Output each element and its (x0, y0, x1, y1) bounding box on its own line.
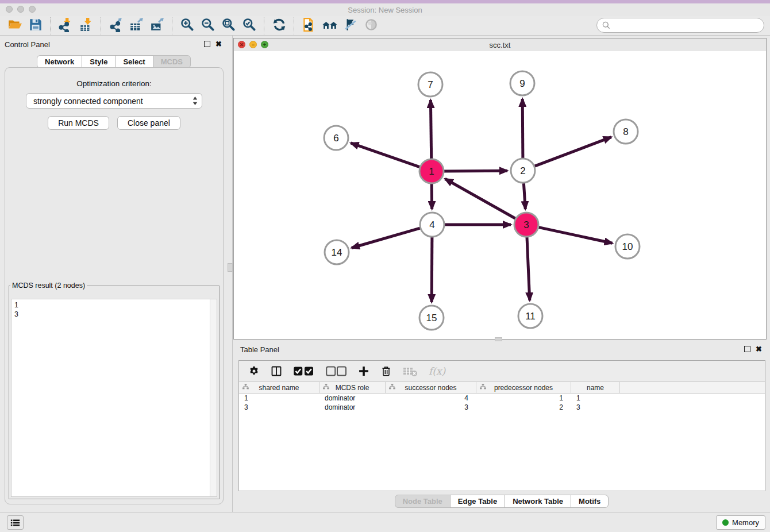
table-cell: 1 (239, 394, 319, 403)
network-canvas[interactable]: 1234678910111415 (234, 51, 766, 339)
list-icon (10, 519, 20, 527)
column-header-MCDS-role[interactable]: MCDS role (319, 382, 386, 393)
edge-4-14[interactable] (352, 228, 420, 248)
edge-2-3[interactable] (523, 183, 525, 209)
column-header-name[interactable]: name (571, 382, 620, 393)
control-panel-tabs: NetworkStyleSelectMCDS (0, 55, 228, 68)
tab-node-table[interactable]: Node Table (395, 495, 451, 508)
add-row-button[interactable] (358, 365, 369, 377)
delete-table-button (403, 365, 418, 377)
export-table-icon (129, 17, 144, 34)
close-panel-button[interactable]: Close panel (117, 116, 180, 130)
save-session-button[interactable] (25, 17, 46, 34)
mcds-result-node: 3 (14, 310, 214, 319)
select-stepper-icon (192, 96, 198, 106)
table-tabs: Node TableEdge TableNetwork TableMotifs (233, 495, 770, 508)
zoom-selected-icon (242, 17, 257, 34)
column-header-shared-name[interactable]: shared name (239, 382, 319, 393)
table-panel: Table Panel ✖ f(x) shared nameMCDS roles… (233, 342, 770, 512)
open-session-button[interactable] (5, 17, 25, 34)
export-image-button[interactable] (147, 17, 168, 34)
run-mcds-button[interactable]: Run MCDS (48, 116, 109, 130)
tab-mcds[interactable]: MCDS (153, 55, 191, 68)
toolbar-separator (264, 17, 265, 34)
delete-row-icon (380, 365, 392, 377)
table-cell: 4 (386, 394, 476, 403)
search-input[interactable] (613, 21, 764, 30)
float-table-panel-icon[interactable] (744, 346, 750, 352)
panel-splitter-handle[interactable] (228, 263, 233, 272)
import-network-button[interactable] (55, 17, 76, 34)
edge-1-6[interactable] (351, 143, 420, 167)
select-all-button[interactable] (293, 365, 315, 377)
table-row[interactable]: 1dominator411 (239, 394, 765, 403)
table-cell: 3 (239, 403, 319, 412)
edge-3-11[interactable] (527, 237, 530, 300)
edge-3-1[interactable] (445, 179, 515, 218)
column-header-predecessor-nodes[interactable]: predecessor nodes (476, 382, 571, 393)
import-table-icon (79, 17, 94, 34)
tab-network-table[interactable]: Network Table (505, 495, 571, 508)
delete-table-icon (403, 365, 418, 377)
table-row[interactable]: 3dominator323 (239, 403, 765, 412)
tab-network[interactable]: Network (37, 55, 82, 68)
edge-2-8[interactable] (535, 137, 611, 167)
task-history-button[interactable] (7, 515, 24, 530)
float-panel-icon[interactable] (204, 41, 210, 47)
tab-edge-table[interactable]: Edge Table (450, 495, 505, 508)
zoom-in-button[interactable] (177, 17, 198, 34)
export-table-button[interactable] (126, 17, 147, 34)
delete-row-button[interactable] (380, 365, 392, 377)
settings-icon (248, 365, 260, 377)
close-network-button[interactable]: ✕ (238, 41, 245, 48)
close-window-button[interactable] (6, 6, 13, 13)
open-session-icon (7, 17, 22, 34)
memory-button[interactable]: Memory (716, 515, 765, 530)
edge-4-15[interactable] (432, 237, 432, 302)
edge-3-10[interactable] (539, 228, 613, 244)
minimize-window-button[interactable] (17, 6, 24, 13)
table-cell: 1 (476, 394, 571, 403)
window-traffic-lights[interactable] (6, 6, 36, 13)
close-panel-icon[interactable]: ✖ (215, 40, 222, 48)
deselect-all-button[interactable] (326, 365, 348, 377)
node-label-15: 15 (426, 313, 437, 323)
import-table-button[interactable] (76, 17, 97, 34)
optimization-criterion-select[interactable]: strongly connected component (26, 93, 202, 109)
hide-details-button[interactable] (340, 17, 361, 34)
refresh-view-button[interactable] (269, 17, 290, 34)
maximize-network-button[interactable]: + (261, 41, 268, 48)
column-header-successor-nodes[interactable]: successor nodes (386, 382, 476, 393)
show-details-icon (364, 17, 379, 34)
edge-1-7[interactable] (430, 100, 431, 159)
minimize-network-button[interactable]: − (249, 41, 257, 48)
tab-select[interactable]: Select (115, 55, 153, 68)
hide-details-icon (343, 17, 358, 34)
network-window-titlebar[interactable]: ✕ − + scc.txt (234, 38, 766, 52)
node-label-14: 14 (332, 247, 342, 258)
edge-2-9[interactable] (522, 99, 523, 158)
tab-style[interactable]: Style (82, 55, 116, 68)
clone-network-button[interactable] (299, 17, 319, 34)
edge-1-2[interactable] (444, 171, 507, 171)
settings-button[interactable] (248, 365, 260, 377)
refresh-view-icon (272, 17, 287, 34)
zoom-window-button[interactable] (29, 6, 36, 13)
tab-motifs[interactable]: Motifs (571, 495, 609, 508)
toolbar-separator (50, 17, 51, 34)
network-graph[interactable]: 1234678910111415 (234, 51, 766, 340)
show-details-button[interactable] (361, 17, 382, 34)
zoom-fit-button[interactable] (218, 17, 239, 34)
zoom-selected-button[interactable] (239, 17, 260, 34)
search-box[interactable] (596, 18, 764, 33)
panel-splitter[interactable] (232, 36, 233, 512)
scrollbar-track[interactable] (210, 299, 217, 496)
close-table-panel-icon[interactable]: ✖ (756, 345, 762, 353)
columns-button[interactable] (271, 365, 282, 377)
edge-1-4[interactable] (432, 184, 432, 209)
zoom-out-button[interactable] (198, 17, 218, 34)
export-network-button[interactable] (106, 17, 126, 34)
network-overview-button[interactable] (319, 17, 340, 34)
mcds-result-list[interactable]: 13 (11, 299, 217, 497)
network-splitter-handle[interactable] (495, 337, 502, 341)
